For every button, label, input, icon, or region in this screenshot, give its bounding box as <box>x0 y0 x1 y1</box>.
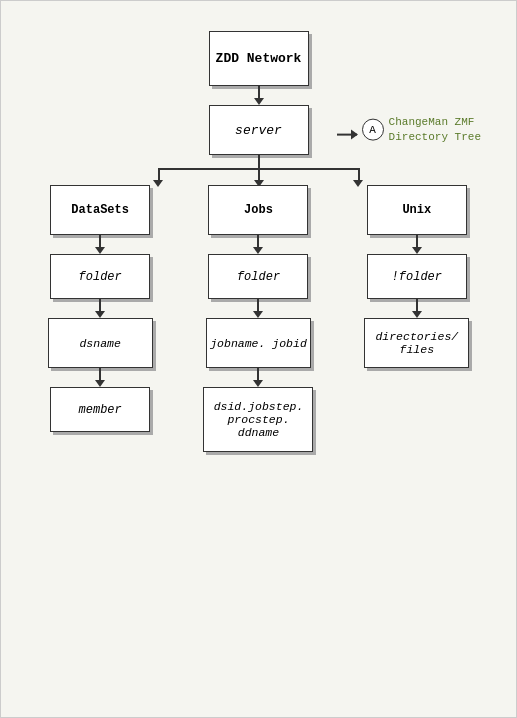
jobs-folder-node: folder <box>208 254 308 299</box>
datasets-label: DataSets <box>71 203 129 217</box>
side-label-text: ChangeMan ZMF Directory Tree <box>389 115 481 146</box>
root-node: ZDD Network <box>209 31 309 86</box>
server-side-label: A ChangeMan ZMF Directory Tree <box>337 115 481 146</box>
datasets-folder-label: folder <box>79 270 122 284</box>
unix-label: Unix <box>402 203 431 217</box>
root-label: ZDD Network <box>216 51 302 66</box>
server-row: server A ChangeMan ZMF Directory Tree <box>21 105 496 155</box>
arrow-right <box>337 134 357 136</box>
directories-node: directories/ files <box>364 318 469 368</box>
branch-datasets: DataSets folder dsname member <box>21 185 179 432</box>
jobstep-node: dsid.jobstep. procstep. ddname <box>203 387 313 452</box>
member-label: member <box>79 403 122 417</box>
page: ZDD Network server A ChangeMan ZMF Direc… <box>0 0 517 718</box>
member-node: member <box>50 387 150 432</box>
branches: DataSets folder dsname member Jobs <box>21 185 496 452</box>
jobs-node: Jobs <box>208 185 308 235</box>
diagram: ZDD Network server A ChangeMan ZMF Direc… <box>21 21 496 452</box>
split-connector <box>89 155 429 185</box>
datasets-folder-node: folder <box>50 254 150 299</box>
branch-jobs: Jobs folder jobname. jobid dsid.jobstep.… <box>179 185 337 452</box>
datasets-node: DataSets <box>50 185 150 235</box>
jobs-folder-label: folder <box>237 270 280 284</box>
directories-label: directories/ files <box>365 330 468 356</box>
dsname-label: dsname <box>79 337 120 350</box>
vline <box>258 86 260 98</box>
jobname-node: jobname. jobid <box>206 318 311 368</box>
jobs-label: Jobs <box>244 203 273 217</box>
branch-unix: Unix !folder directories/ files <box>338 185 496 368</box>
arrow-down <box>254 98 264 105</box>
server-node: server <box>209 105 309 155</box>
jobname-label: jobname. jobid <box>210 337 307 350</box>
connector-root-server <box>254 86 264 105</box>
dsname-node: dsname <box>48 318 153 368</box>
jobstep-label: dsid.jobstep. procstep. ddname <box>204 400 312 439</box>
unix-folder-label: !folder <box>392 270 442 284</box>
unix-node: Unix <box>367 185 467 235</box>
circle-a: A <box>362 119 384 141</box>
unix-folder-node: !folder <box>367 254 467 299</box>
server-label: server <box>235 123 282 138</box>
